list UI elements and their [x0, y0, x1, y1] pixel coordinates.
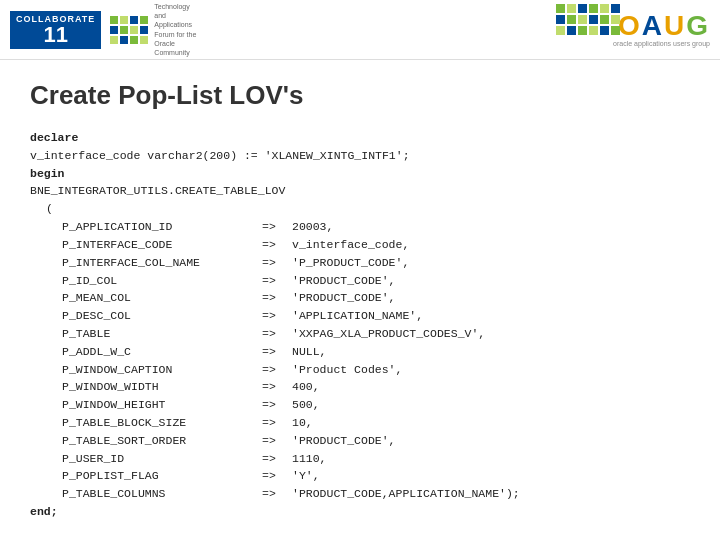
param-arrow-9: => [262, 378, 292, 396]
param-value-6: 'XXPAG_XLA_PRODUCT_CODES_V', [292, 325, 485, 343]
params-container: P_APPLICATION_ID=> 20003,P_INTERFACE_COD… [30, 218, 690, 503]
param-value-8: 'Product Codes', [292, 361, 402, 379]
oaug-logo: OAUG oracle applications users group [613, 12, 710, 47]
param-name-9: P_WINDOW_WIDTH [62, 378, 262, 396]
param-value-15: 'PRODUCT_CODE,APPLICATION_NAME'); [292, 485, 520, 503]
param-name-0: P_APPLICATION_ID [62, 218, 262, 236]
param-arrow-0: => [262, 218, 292, 236]
param-row-1: P_INTERFACE_CODE=> v_interface_code, [62, 236, 690, 254]
param-arrow-3: => [262, 272, 292, 290]
oaug-u: U [664, 10, 686, 41]
param-name-12: P_TABLE_SORT_ORDER [62, 432, 262, 450]
var-line: v_interface_code varchar2(200) := 'XLANE… [30, 149, 410, 162]
param-value-2: 'P_PRODUCT_CODE', [292, 254, 409, 272]
param-name-14: P_POPLIST_FLAG [62, 467, 262, 485]
main-content: Create Pop-List LOV's declare v_interfac… [0, 60, 720, 540]
param-value-1: v_interface_code, [292, 236, 409, 254]
param-value-7: NULL, [292, 343, 327, 361]
param-name-4: P_MEAN_COL [62, 289, 262, 307]
param-name-10: P_WINDOW_HEIGHT [62, 396, 262, 414]
param-arrow-11: => [262, 414, 292, 432]
param-arrow-14: => [262, 467, 292, 485]
declare-keyword: declare [30, 131, 78, 144]
param-value-5: 'APPLICATION_NAME', [292, 307, 423, 325]
oaug-sub: oracle applications users group [613, 40, 710, 47]
param-row-13: P_USER_ID=> 1110, [62, 450, 690, 468]
header: COLLABORATE 11 [0, 0, 720, 60]
end-keyword: end; [30, 505, 58, 518]
begin-keyword: begin [30, 167, 65, 180]
param-name-8: P_WINDOW_CAPTION [62, 361, 262, 379]
page-title: Create Pop-List LOV's [30, 80, 690, 111]
param-value-11: 10, [292, 414, 313, 432]
param-name-3: P_ID_COL [62, 272, 262, 290]
param-arrow-13: => [262, 450, 292, 468]
param-row-5: P_DESC_COL=> 'APPLICATION_NAME', [62, 307, 690, 325]
proc-call: BNE_INTEGRATOR_UTILS.CREATE_TABLE_LOV [30, 184, 285, 197]
param-name-1: P_INTERFACE_CODE [62, 236, 262, 254]
param-row-12: P_TABLE_SORT_ORDER=> 'PRODUCT_CODE', [62, 432, 690, 450]
header-dots-decor [556, 4, 620, 35]
param-arrow-7: => [262, 343, 292, 361]
param-row-3: P_ID_COL=> 'PRODUCT_CODE', [62, 272, 690, 290]
code-declare: declare [30, 129, 690, 147]
collaborate-sub: Technology and Applications Forum for th… [154, 2, 200, 57]
param-row-9: P_WINDOW_WIDTH=> 400, [62, 378, 690, 396]
param-row-11: P_TABLE_BLOCK_SIZE=> 10, [62, 414, 690, 432]
param-arrow-4: => [262, 289, 292, 307]
code-var: v_interface_code varchar2(200) := 'XLANE… [30, 147, 690, 165]
param-value-0: 20003, [292, 218, 333, 236]
oaug-o: O [618, 10, 642, 41]
param-row-6: P_TABLE=> 'XXPAG_XLA_PRODUCT_CODES_V', [62, 325, 690, 343]
header-left: COLLABORATE 11 [10, 5, 200, 55]
collab-decor-squares [110, 16, 148, 44]
param-name-5: P_DESC_COL [62, 307, 262, 325]
param-name-15: P_TABLE_COLUMNS [62, 485, 262, 503]
param-arrow-8: => [262, 361, 292, 379]
code-open-paren: ( [46, 200, 690, 218]
param-name-7: P_ADDL_W_C [62, 343, 262, 361]
collaborate-box: COLLABORATE 11 [10, 11, 101, 49]
param-row-8: P_WINDOW_CAPTION=> 'Product Codes', [62, 361, 690, 379]
param-arrow-2: => [262, 254, 292, 272]
param-value-3: 'PRODUCT_CODE', [292, 272, 396, 290]
param-row-0: P_APPLICATION_ID=> 20003, [62, 218, 690, 236]
param-row-2: P_INTERFACE_COL_NAME=> 'P_PRODUCT_CODE', [62, 254, 690, 272]
param-arrow-5: => [262, 307, 292, 325]
param-row-7: P_ADDL_W_C=> NULL, [62, 343, 690, 361]
param-arrow-12: => [262, 432, 292, 450]
param-name-6: P_TABLE [62, 325, 262, 343]
param-value-9: 400, [292, 378, 320, 396]
param-row-14: P_POPLIST_FLAG=> 'Y', [62, 467, 690, 485]
param-value-4: 'PRODUCT_CODE', [292, 289, 396, 307]
code-block: declare v_interface_code varchar2(200) :… [30, 129, 690, 521]
oaug-text: OAUG [618, 12, 710, 40]
param-arrow-10: => [262, 396, 292, 414]
collaborate-number: 11 [43, 24, 67, 46]
param-arrow-6: => [262, 325, 292, 343]
param-name-13: P_USER_ID [62, 450, 262, 468]
param-value-14: 'Y', [292, 467, 320, 485]
param-row-10: P_WINDOW_HEIGHT=> 500, [62, 396, 690, 414]
param-value-12: 'PRODUCT_CODE', [292, 432, 396, 450]
param-name-2: P_INTERFACE_COL_NAME [62, 254, 262, 272]
param-value-10: 500, [292, 396, 320, 414]
code-begin: begin [30, 165, 690, 183]
oaug-a: A [642, 10, 664, 41]
param-name-11: P_TABLE_BLOCK_SIZE [62, 414, 262, 432]
param-arrow-1: => [262, 236, 292, 254]
param-arrow-15: => [262, 485, 292, 503]
param-row-4: P_MEAN_COL=> 'PRODUCT_CODE', [62, 289, 690, 307]
code-end: end; [30, 503, 690, 521]
param-value-13: 1110, [292, 450, 327, 468]
code-proc: BNE_INTEGRATOR_UTILS.CREATE_TABLE_LOV [30, 182, 690, 200]
oaug-g: G [686, 10, 710, 41]
collaborate-logo: COLLABORATE 11 [10, 5, 200, 55]
param-row-15: P_TABLE_COLUMNS=> 'PRODUCT_CODE,APPLICAT… [62, 485, 690, 503]
